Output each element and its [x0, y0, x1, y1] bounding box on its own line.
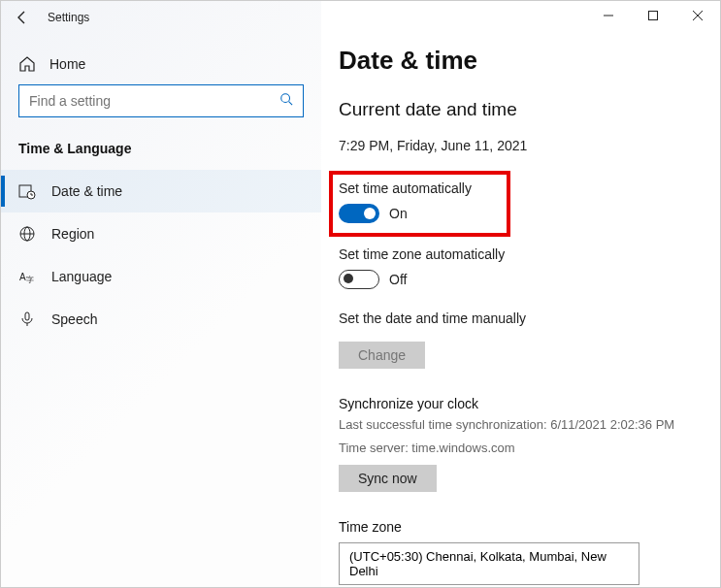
svg-text:A: A: [19, 272, 26, 282]
microphone-icon: [18, 310, 36, 328]
sidebar-item-speech[interactable]: Speech: [1, 298, 321, 341]
maximize-button[interactable]: [631, 1, 675, 30]
sidebar-item-language[interactable]: A字 Language: [1, 255, 321, 298]
sidebar-item-label: Region: [51, 226, 94, 242]
sidebar-item-label: Speech: [51, 311, 97, 327]
set-tz-auto-toggle[interactable]: [339, 270, 379, 289]
sync-heading: Synchronize your clock: [339, 396, 708, 411]
back-icon[interactable]: [15, 10, 30, 25]
svg-rect-12: [649, 12, 658, 20]
set-time-auto-label: Set time automatically: [339, 180, 472, 196]
close-button[interactable]: [675, 1, 720, 30]
window-controls: [586, 1, 720, 30]
set-time-auto-state: On: [389, 206, 408, 221]
titlebar: Settings: [1, 1, 321, 34]
nav-home[interactable]: Home: [18, 55, 321, 73]
globe-icon: [18, 225, 36, 243]
set-tz-auto-state: Off: [389, 272, 407, 287]
set-tz-auto-label: Set time zone automatically: [339, 246, 708, 262]
sync-now-button[interactable]: Sync now: [339, 465, 437, 492]
minimize-button[interactable]: [586, 1, 631, 30]
svg-point-0: [281, 94, 290, 103]
sidebar-item-label: Date & time: [51, 183, 122, 199]
window-title: Settings: [48, 11, 89, 24]
search-input[interactable]: [29, 93, 279, 109]
timezone-value: (UTC+05:30) Chennai, Kolkata, Mumbai, Ne…: [349, 549, 629, 578]
section-heading: Current date and time: [339, 99, 708, 120]
timezone-dropdown[interactable]: (UTC+05:30) Chennai, Kolkata, Mumbai, Ne…: [339, 542, 639, 585]
page-heading: Date & time: [339, 46, 708, 76]
svg-line-1: [289, 102, 293, 106]
sidebar-item-label: Language: [51, 269, 112, 284]
highlight-box: Set time automatically On: [329, 171, 510, 237]
timezone-label: Time zone: [339, 519, 708, 535]
search-box[interactable]: [18, 84, 304, 117]
sidebar-item-datetime[interactable]: Date & time: [1, 170, 321, 212]
sidebar: Settings Home Time & Language Date & tim…: [1, 1, 321, 587]
current-datetime: 7:29 PM, Friday, June 11, 2021: [339, 138, 708, 153]
svg-rect-9: [25, 312, 29, 320]
sync-last: Last successful time synchronization: 6/…: [339, 415, 708, 435]
main-content: Date & time Current date and time 7:29 P…: [321, 1, 720, 587]
sync-server: Time server: time.windows.com: [339, 439, 708, 458]
set-time-auto-toggle[interactable]: [339, 204, 379, 223]
sidebar-item-region[interactable]: Region: [1, 212, 321, 255]
nav-home-label: Home: [49, 56, 85, 72]
svg-text:字: 字: [26, 276, 34, 284]
home-icon: [18, 55, 36, 73]
change-button[interactable]: Change: [339, 342, 425, 369]
calendar-clock-icon: [18, 182, 36, 200]
manual-label: Set the date and time manually: [339, 310, 708, 326]
search-icon: [279, 92, 293, 110]
language-icon: A字: [18, 268, 36, 285]
section-title: Time & Language: [18, 141, 321, 156]
